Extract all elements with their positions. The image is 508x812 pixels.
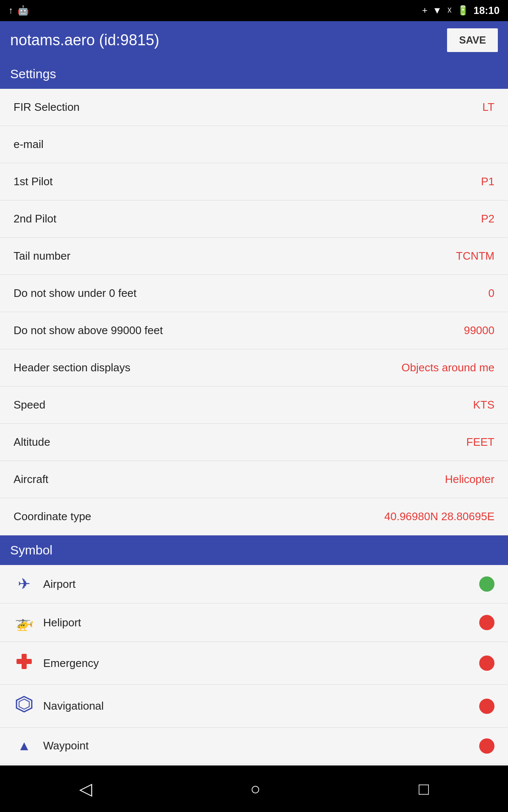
upload-icon: ↑ — [8, 5, 13, 16]
status-bar: ↑ 🤖 +︎ ▼ ☓ 🔋 18:10 — [0, 0, 508, 21]
fir-selection-row[interactable]: FIR Selection LT — [0, 89, 508, 126]
speed-value: KTS — [473, 398, 494, 411]
home-button[interactable]: ○ — [250, 779, 260, 798]
navigational-row-left: Navigational — [14, 695, 104, 717]
header-display-label: Header section displays — [14, 361, 130, 374]
first-pilot-value: P1 — [481, 175, 494, 188]
aircraft-row[interactable]: Aircraft Helicopter — [0, 461, 508, 498]
airport-row[interactable]: ✈ Airport — [0, 565, 508, 604]
first-pilot-label: 1st Pilot — [14, 175, 53, 188]
waypoint-label: Waypoint — [43, 739, 88, 752]
speed-row[interactable]: Speed KTS — [0, 387, 508, 424]
waypoint-toggle[interactable] — [479, 738, 494, 754]
coordinate-type-label: Coordinate type — [14, 510, 91, 523]
second-pilot-label: 2nd Pilot — [14, 212, 56, 225]
fir-selection-value: LT — [483, 101, 494, 114]
coordinate-type-value: 40.96980N 28.80695E — [384, 510, 494, 523]
content-area: Settings FIR Selection LT e-mail 1st Pil… — [0, 59, 508, 765]
svg-marker-3 — [19, 699, 29, 709]
back-button[interactable]: ◁ — [79, 779, 92, 798]
emergency-row-left: Emergency — [14, 652, 99, 674]
emergency-row[interactable]: Emergency — [0, 642, 508, 685]
app-title: notams.aero (id:9815) — [10, 31, 159, 49]
app-bar: notams.aero (id:9815) SAVE — [0, 21, 508, 59]
airport-label: Airport — [43, 578, 76, 591]
save-button[interactable]: SAVE — [447, 28, 498, 52]
waypoint-row-left: ▲ Waypoint — [14, 738, 88, 754]
heliport-row[interactable]: 🚁 Heliport — [0, 604, 508, 642]
min-feet-row[interactable]: Do not show under 0 feet 0 — [0, 275, 508, 312]
settings-section-header: Settings — [0, 59, 508, 89]
second-pilot-value: P2 — [481, 212, 494, 225]
android-icon: 🤖 — [17, 5, 29, 16]
navigational-toggle[interactable] — [479, 699, 494, 714]
status-bar-right: +︎ ▼ ☓ 🔋 18:10 — [422, 5, 500, 16]
altitude-value: FEET — [467, 436, 494, 449]
speed-label: Speed — [14, 398, 45, 411]
email-row[interactable]: e-mail — [0, 126, 508, 163]
recents-button[interactable]: □ — [419, 779, 429, 798]
heliport-icon: 🚁 — [14, 614, 35, 631]
bluetooth-icon: +︎ — [422, 5, 428, 16]
tail-number-row[interactable]: Tail number TCNTM — [0, 238, 508, 275]
aircraft-value: Helicopter — [445, 473, 494, 486]
navigational-row[interactable]: Navigational — [0, 685, 508, 728]
altitude-label: Altitude — [14, 436, 50, 449]
signal-icon: ☓ — [447, 5, 452, 16]
aircraft-label: Aircraft — [14, 473, 48, 486]
symbol-section-header: Symbol — [0, 535, 508, 565]
svg-rect-1 — [17, 659, 32, 664]
max-feet-value: 99000 — [464, 324, 494, 337]
coordinate-type-row[interactable]: Coordinate type 40.96980N 28.80695E — [0, 498, 508, 535]
heliport-row-left: 🚁 Heliport — [14, 614, 81, 631]
fir-selection-label: FIR Selection — [14, 101, 80, 114]
bottom-nav: ◁ ○ □ — [0, 765, 508, 812]
airport-toggle[interactable] — [479, 576, 494, 592]
altitude-row[interactable]: Altitude FEET — [0, 424, 508, 461]
status-time: 18:10 — [474, 5, 500, 16]
header-display-row[interactable]: Header section displays Objects around m… — [0, 349, 508, 387]
emergency-label: Emergency — [43, 657, 99, 670]
tail-number-label: Tail number — [14, 250, 70, 263]
min-feet-label: Do not show under 0 feet — [14, 287, 137, 300]
header-display-value: Objects around me — [401, 361, 494, 374]
emergency-icon — [14, 652, 35, 674]
airport-icon: ✈ — [14, 575, 35, 593]
waypoint-icon: ▲ — [14, 738, 35, 754]
waypoint-row[interactable]: ▲ Waypoint — [0, 728, 508, 764]
wifi-icon: ▼ — [433, 5, 442, 16]
second-pilot-row[interactable]: 2nd Pilot P2 — [0, 200, 508, 238]
email-label: e-mail — [14, 138, 44, 151]
navigational-label: Navigational — [43, 700, 104, 713]
heliport-toggle[interactable] — [479, 615, 494, 630]
max-feet-row[interactable]: Do not show above 99000 feet 99000 — [0, 312, 508, 349]
battery-icon: 🔋 — [457, 5, 469, 16]
airport-row-left: ✈ Airport — [14, 575, 76, 593]
tail-number-value: TCNTM — [456, 250, 494, 263]
min-feet-value: 0 — [489, 287, 494, 300]
status-bar-left: ↑ 🤖 — [8, 5, 29, 16]
heliport-label: Heliport — [43, 616, 81, 629]
max-feet-label: Do not show above 99000 feet — [14, 324, 163, 337]
emergency-toggle[interactable] — [479, 656, 494, 671]
navigational-icon — [14, 695, 35, 717]
first-pilot-row[interactable]: 1st Pilot P1 — [0, 163, 508, 200]
